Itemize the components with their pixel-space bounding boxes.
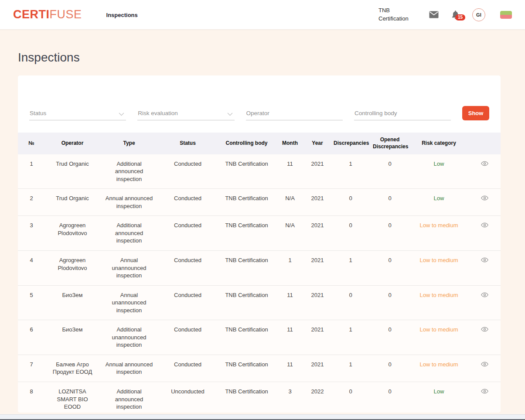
cell-view-action <box>468 250 501 285</box>
cell-type: Additional announced inspection <box>100 216 158 251</box>
cell-year: 2021 <box>304 250 331 285</box>
cell-type: Additional announced inspection <box>100 154 158 189</box>
cell-controlling-body: TNB Certification <box>217 320 276 355</box>
cell-type: Annual unannounced inspection <box>100 250 158 285</box>
cell-month: N/A <box>276 216 304 251</box>
risk-evaluation-filter[interactable] <box>137 107 234 120</box>
risk-category-label: Low to medium <box>419 292 458 298</box>
show-button[interactable]: Show <box>462 106 489 120</box>
cell-risk-category: Low <box>409 154 468 189</box>
cell-controlling-body: TNB Certification <box>217 154 276 189</box>
filters-bar: Show <box>18 75 501 120</box>
cell-view-action <box>468 216 501 251</box>
cell-number: 8 <box>18 382 45 413</box>
cell-opened-discrepancies: 0 <box>370 154 409 189</box>
cell-year: 2022 <box>304 382 331 413</box>
cell-view-action <box>468 154 501 189</box>
cell-status: Conducted <box>158 189 217 216</box>
cell-risk-category: Low <box>409 189 468 216</box>
main-nav: Inspections <box>106 11 138 19</box>
mail-icon[interactable] <box>429 11 439 18</box>
table-header: № Operator Type Status Controlling body … <box>18 133 501 154</box>
cell-view-action <box>468 189 501 216</box>
cell-risk-category: Low to medium <box>409 320 468 355</box>
cell-opened-discrepancies: 0 <box>370 189 409 216</box>
view-details-eye-icon[interactable] <box>480 256 489 263</box>
cell-controlling-body: TNB Certification <box>217 285 276 320</box>
cell-operator: Trud Organic <box>45 189 100 216</box>
cell-type: Annual announced inspection <box>100 355 158 382</box>
controlling-body-input[interactable] <box>354 107 451 120</box>
view-details-eye-icon[interactable] <box>480 160 489 167</box>
view-details-eye-icon[interactable] <box>480 361 489 368</box>
col-header-number: № <box>18 133 45 154</box>
cell-risk-category: Low <box>409 382 468 413</box>
col-header-discrepancies: Discrepancies <box>331 133 370 154</box>
cell-discrepancies: 1 <box>331 250 370 285</box>
cell-month: 11 <box>276 355 304 382</box>
cell-year: 2021 <box>304 189 331 216</box>
cell-discrepancies: 1 <box>331 154 370 189</box>
language-flag-icon[interactable] <box>500 11 512 19</box>
cell-opened-discrepancies: 0 <box>370 216 409 251</box>
col-header-year: Year <box>304 133 331 154</box>
status-filter[interactable] <box>29 107 126 120</box>
cell-type: Additional announced inspection <box>100 382 158 413</box>
col-header-month: Month <box>276 133 304 154</box>
cell-view-action <box>468 285 501 320</box>
col-header-risk-category: Risk category <box>409 133 468 154</box>
cell-type: Annual unannounced inspection <box>100 285 158 320</box>
cell-type: Annual announced inspection <box>100 189 158 216</box>
org-name-label: TNB Certification <box>378 7 417 23</box>
cell-number: 6 <box>18 320 45 355</box>
cell-status: Conducted <box>158 216 217 251</box>
risk-category-label: Low <box>434 195 444 201</box>
inspections-table: № Operator Type Status Controlling body … <box>18 133 501 413</box>
cell-opened-discrepancies: 0 <box>370 382 409 413</box>
cell-risk-category: Low to medium <box>409 250 468 285</box>
cell-operator: БиоЗем <box>45 285 100 320</box>
cell-month: N/A <box>276 189 304 216</box>
operator-filter[interactable] <box>246 107 343 120</box>
view-details-eye-icon[interactable] <box>480 291 489 298</box>
controlling-body-filter[interactable] <box>354 107 451 120</box>
table-row: 7 Балчев Агро Продукт ЕООД Annual announ… <box>18 355 501 382</box>
logo-text-bold: CERTI <box>13 8 50 21</box>
table-row: 2 Trud Organic Annual announced inspecti… <box>18 189 501 216</box>
col-header-operator: Operator <box>45 133 100 154</box>
inspections-card: Show № Operator Type Status Controlling … <box>18 75 501 413</box>
flag-bottom-stripe <box>500 15 512 19</box>
table-row: 1 Trud Organic Additional announced insp… <box>18 154 501 189</box>
cell-status: Conducted <box>158 154 217 189</box>
notifications-bell-icon[interactable]: 15 <box>451 10 460 20</box>
view-details-eye-icon[interactable] <box>480 195 489 201</box>
col-header-controlling-body: Controlling body <box>217 133 276 154</box>
table-row: 4 Agrogreen Plodovitovo Annual unannounc… <box>18 250 501 285</box>
cell-number: 2 <box>18 189 45 216</box>
table-body: 1 Trud Organic Additional announced insp… <box>18 154 501 413</box>
cell-opened-discrepancies: 0 <box>370 320 409 355</box>
col-header-actions <box>468 133 501 154</box>
view-details-eye-icon[interactable] <box>480 222 489 229</box>
risk-evaluation-select[interactable] <box>137 107 234 120</box>
view-details-eye-icon[interactable] <box>480 326 489 333</box>
operator-input[interactable] <box>246 107 343 120</box>
cell-controlling-body: TNB Certification <box>217 250 276 285</box>
cell-status: Conducted <box>158 320 217 355</box>
app-logo[interactable]: CERTIFUSE <box>13 8 82 21</box>
cell-number: 5 <box>18 285 45 320</box>
status-select[interactable] <box>29 107 126 120</box>
user-avatar[interactable]: GI <box>472 8 485 21</box>
cell-year: 2021 <box>304 154 331 189</box>
cell-year: 2021 <box>304 216 331 251</box>
logo-text-light: FUSE <box>50 8 82 21</box>
cell-controlling-body: TNB Certification <box>217 382 276 413</box>
cell-controlling-body: TNB Certification <box>217 355 276 382</box>
view-details-eye-icon[interactable] <box>480 388 489 395</box>
cell-risk-category: Low to medium <box>409 355 468 382</box>
nav-item-inspections[interactable]: Inspections <box>106 12 138 18</box>
cell-status: Conducted <box>158 250 217 285</box>
cell-opened-discrepancies: 0 <box>370 285 409 320</box>
cell-opened-discrepancies: 0 <box>370 355 409 382</box>
table-row: 5 БиоЗем Annual unannounced inspection C… <box>18 285 501 320</box>
